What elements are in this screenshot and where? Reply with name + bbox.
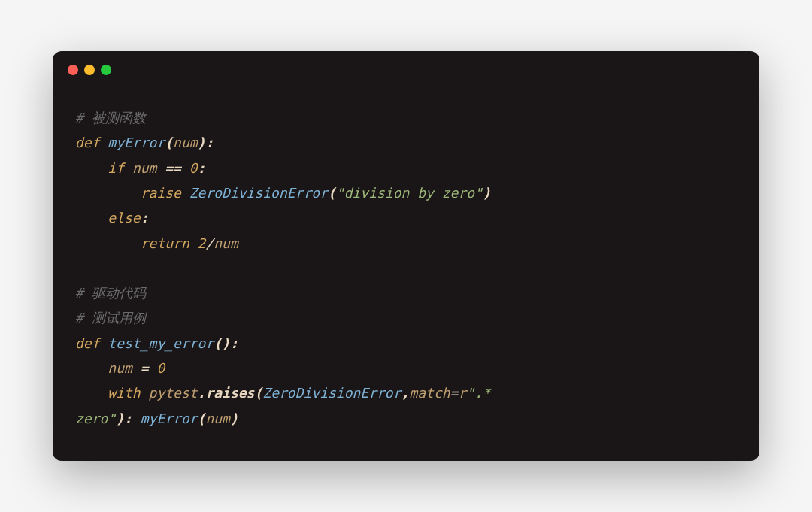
indent — [75, 360, 108, 376]
comment-hash: # — [75, 310, 83, 326]
indent — [75, 235, 141, 251]
comment-hash: # — [75, 285, 83, 301]
space — [181, 185, 189, 201]
colon: : — [198, 160, 206, 176]
paren: ) — [230, 411, 238, 426]
paren: ( — [198, 411, 206, 426]
exception-class: ZeroDivisionError — [262, 385, 401, 401]
code-window: # 被测函数 def myError(num): if num == 0: ra… — [53, 51, 759, 461]
space — [132, 411, 141, 426]
kwarg: match — [409, 385, 450, 401]
comment-text: 被测函数 — [83, 110, 146, 126]
comment-text: 测试用例 — [83, 310, 146, 326]
colon: : — [141, 210, 149, 226]
paren-colon: ): — [116, 411, 132, 426]
module: pytest — [149, 385, 198, 401]
indent — [75, 185, 141, 201]
indent — [75, 160, 108, 176]
number: 0 — [189, 160, 198, 176]
string: zero" — [75, 411, 116, 426]
indent — [75, 210, 108, 226]
close-icon[interactable] — [68, 65, 78, 75]
maximize-icon[interactable] — [101, 65, 111, 75]
var: num — [108, 360, 132, 376]
title-bar — [53, 51, 759, 83]
slash: / — [205, 235, 214, 251]
r-prefix: r — [458, 385, 466, 401]
else-keyword: else — [108, 210, 140, 226]
raise-keyword: raise — [141, 185, 181, 201]
return-keyword: return — [141, 235, 189, 251]
space — [141, 385, 149, 401]
comma: , — [401, 385, 410, 401]
paren-colon: ): — [198, 135, 214, 150]
eq-op: == — [165, 160, 181, 176]
exception-class: ZeroDivisionError — [189, 185, 328, 201]
string: ".* — [466, 385, 491, 401]
function-call: myError — [141, 411, 198, 426]
eq: = — [450, 385, 459, 401]
comment-text: 驱动代码 — [83, 285, 146, 301]
paren: ( — [328, 185, 336, 201]
comment-hash: # — [75, 110, 83, 126]
string: "division by zero" — [336, 185, 483, 201]
function-name: test_my_error — [108, 335, 214, 351]
dot: . — [198, 385, 206, 401]
var: num — [124, 160, 165, 176]
eq: = — [132, 360, 157, 376]
paren-colon: ): — [222, 335, 238, 351]
var: num — [214, 235, 238, 251]
number: 2 — [198, 235, 206, 251]
paren: ( — [214, 335, 222, 351]
method: raises — [205, 385, 254, 401]
code-content: # 被测函数 def myError(num): if num == 0: ra… — [53, 83, 759, 461]
space — [189, 235, 198, 251]
paren: ) — [483, 185, 491, 201]
indent — [75, 385, 108, 401]
if-keyword: if — [108, 160, 124, 176]
def-keyword: def — [75, 135, 100, 150]
space — [181, 160, 189, 176]
paren: ( — [254, 385, 262, 401]
minimize-icon[interactable] — [84, 65, 95, 75]
number: 0 — [156, 360, 165, 376]
function-name: myError — [108, 135, 165, 150]
paren: ( — [165, 135, 173, 150]
param: num — [173, 135, 198, 150]
def-keyword: def — [75, 335, 100, 351]
space — [100, 335, 108, 351]
with-keyword: with — [108, 385, 140, 401]
var: num — [205, 411, 230, 426]
